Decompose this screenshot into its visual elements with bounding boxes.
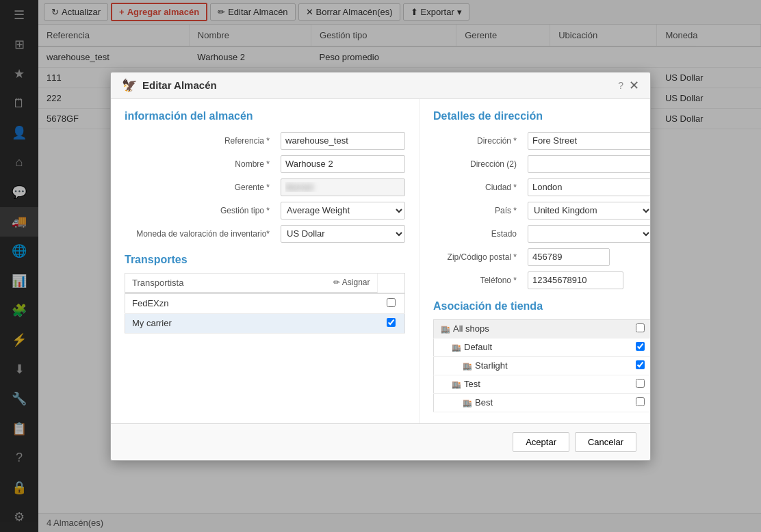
shop-checkbox[interactable] [636, 323, 645, 332]
modal-left-column: información del almacén Referencia * Nom… [111, 99, 420, 423]
shop-checkbox[interactable] [636, 397, 645, 406]
zip-label: Zip/Código postal * [433, 252, 522, 262]
shop-name-cell: 🏬Default [434, 338, 625, 356]
shop-name: Starlight [475, 360, 508, 371]
shop-name: Test [464, 379, 480, 389]
referencia-label: Referencia * [125, 136, 275, 146]
shop-title: Asociación de tienda [433, 300, 651, 312]
zip-row: Zip/Código postal * [433, 248, 651, 266]
direccion2-input[interactable] [528, 155, 651, 173]
direccion1-row: Dirección * [433, 132, 651, 150]
shop-name: Default [464, 342, 492, 352]
direccion2-row: Dirección (2) [433, 155, 651, 173]
gestion-row: Gestión tipo * Average Weight [125, 202, 405, 220]
shop-checkbox[interactable] [636, 342, 645, 351]
modal-dialog: 🦅 Editar Almacén ? ✕ información del alm… [110, 72, 651, 461]
transport-table: Transportista ✏ Asignar FedEXznMy carrie… [125, 273, 405, 334]
modal-footer: Aceptar Cancelar [111, 423, 650, 460]
shop-table: 🏬All shops🏬Default🏬Starlight🏬Test🏬Best [433, 319, 651, 412]
shop-section: Asociación de tienda 🏬All shops🏬Default🏬… [433, 300, 651, 412]
ciudad-label: Ciudad * [433, 183, 522, 192]
address-section-title: Detalles de dirección [433, 110, 651, 122]
shop-row: 🏬Default [434, 338, 652, 356]
ciudad-input[interactable] [528, 178, 651, 196]
nombre-input[interactable] [281, 155, 405, 173]
carrier-checkbox[interactable] [387, 298, 396, 307]
gerente-input[interactable] [281, 178, 405, 196]
assign-button[interactable]: ✏ Asignar [333, 278, 370, 287]
help-icon[interactable]: ? [618, 80, 623, 91]
ciudad-row: Ciudad * [433, 178, 651, 196]
shop-icon: 🏬 [452, 343, 461, 351]
zip-input[interactable] [528, 248, 610, 266]
transport-title: Transportes [125, 254, 405, 266]
shop-icon: 🏬 [463, 399, 472, 407]
shop-name-cell: 🏬Best [434, 393, 625, 412]
referencia-input[interactable] [281, 132, 405, 150]
info-section-title: información del almacén [125, 110, 405, 122]
gerente-row: Gerente * [125, 178, 405, 196]
nombre-label: Nombre * [125, 159, 275, 169]
shop-row: 🏬Starlight [434, 356, 652, 375]
shop-checkbox-cell [625, 393, 652, 412]
gerente-label: Gerente * [125, 183, 275, 192]
accept-button[interactable]: Aceptar [513, 432, 569, 452]
moneda-row: Moneda de valoración de inventario* US D… [125, 225, 405, 243]
shop-row: 🏬Test [434, 375, 652, 393]
shop-name-cell: 🏬Starlight [434, 356, 625, 375]
shop-icon: 🏬 [463, 362, 472, 370]
shop-name: All shops [453, 323, 489, 334]
referencia-row: Referencia * [125, 132, 405, 150]
estado-row: Estado [433, 225, 651, 243]
carrier-row: FedEXzn [125, 293, 405, 314]
shop-checkbox-cell [625, 356, 652, 375]
shop-checkbox-cell [625, 338, 652, 356]
transportista-label: Transportista [132, 278, 183, 288]
transport-section: Transportes Transportista ✏ Asignar Fe [125, 254, 405, 334]
modal-overlay: 🦅 Editar Almacén ? ✕ información del alm… [0, 0, 761, 532]
direccion1-label: Dirección * [433, 136, 522, 146]
gestion-label: Gestión tipo * [125, 206, 275, 215]
estado-select[interactable] [528, 225, 651, 243]
carrier-name: FedEXzn [125, 293, 378, 314]
moneda-select[interactable]: US Dollar [281, 225, 405, 243]
carrier-checkbox[interactable] [387, 318, 396, 327]
cancel-button[interactable]: Cancelar [575, 432, 636, 452]
shop-row: 🏬Best [434, 393, 652, 412]
gestion-select[interactable]: Average Weight [281, 202, 405, 220]
carrier-row: My carrier [125, 313, 405, 333]
pais-label: País * [433, 206, 522, 215]
carrier-checkbox-cell [378, 313, 405, 333]
shop-row: 🏬All shops [434, 319, 652, 338]
modal-close-button[interactable]: ✕ [629, 79, 639, 92]
modal-header: 🦅 Editar Almacén ? ✕ [111, 72, 650, 99]
shop-icon: 🏬 [452, 380, 461, 388]
prestashop-logo-icon: 🦅 [122, 78, 137, 93]
telefono-input[interactable] [528, 271, 623, 289]
direccion2-label: Dirección (2) [433, 159, 522, 169]
shop-name: Best [475, 397, 493, 408]
shop-name-cell: 🏬Test [434, 375, 625, 393]
modal-right-column: Detalles de dirección Dirección * Direcc… [420, 99, 651, 423]
shop-checkbox-cell [625, 375, 652, 393]
modal-title: Editar Almacén [142, 79, 612, 91]
shop-name-cell: 🏬All shops [434, 319, 625, 338]
carrier-col-header: Transportista ✏ Asignar [125, 274, 378, 293]
shop-checkbox[interactable] [636, 360, 645, 369]
estado-label: Estado [433, 229, 522, 239]
modal-body: información del almacén Referencia * Nom… [111, 99, 650, 423]
carrier-name: My carrier [125, 313, 378, 333]
pais-select[interactable]: United Kingdom [528, 202, 651, 220]
direccion1-input[interactable] [528, 132, 651, 150]
shop-checkbox-cell [625, 319, 652, 338]
telefono-row: Teléfono * [433, 271, 651, 289]
nombre-row: Nombre * [125, 155, 405, 173]
telefono-label: Teléfono * [433, 276, 522, 285]
shop-icon: 🏬 [441, 325, 450, 333]
shop-checkbox[interactable] [636, 379, 645, 388]
carrier-checkbox-cell [378, 293, 405, 314]
pais-row: País * United Kingdom [433, 202, 651, 220]
moneda-label: Moneda de valoración de inventario* [125, 229, 275, 239]
